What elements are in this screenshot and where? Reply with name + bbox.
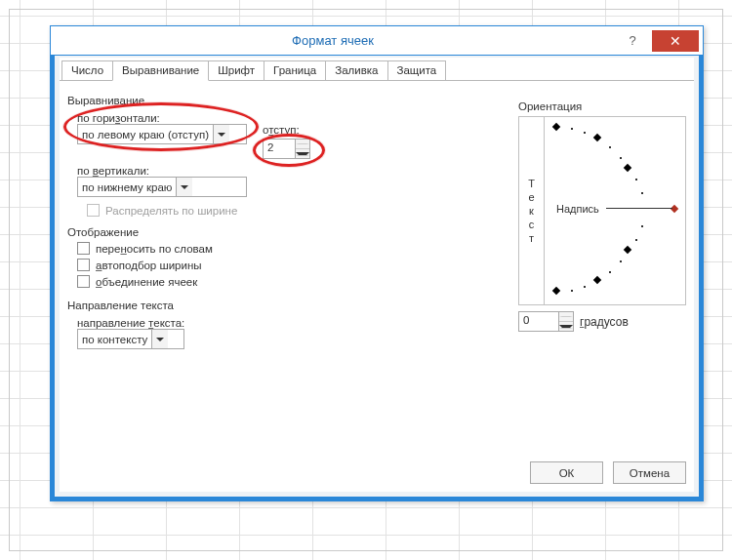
spinner-down-icon[interactable] <box>296 149 309 158</box>
spinner-down-icon[interactable] <box>559 322 573 331</box>
indent-label: отступ: <box>263 124 310 136</box>
chevron-down-icon <box>213 125 229 143</box>
vertical-text-button[interactable]: Текст <box>519 117 545 304</box>
window-title: Формат ячеек <box>51 33 615 48</box>
format-cells-dialog: Формат ячеек ? ✕ Число Выравнивание Шриф… <box>50 25 704 501</box>
orientation-diamond-active <box>671 205 678 213</box>
orientation-dial-label: Надпись <box>556 203 599 215</box>
horizontal-align-combo[interactable]: по левому краю (отступ) <box>77 124 247 144</box>
orientation-group: Ориентация Текст <box>518 95 686 332</box>
orientation-label: Ориентация <box>518 100 686 112</box>
spinner-up-icon[interactable] <box>296 140 309 149</box>
tab-fill[interactable]: Заливка <box>325 60 387 81</box>
orientation-line <box>606 208 672 209</box>
degrees-label: градусов <box>580 315 629 329</box>
tab-font[interactable]: Шрифт <box>208 60 264 81</box>
tab-alignment[interactable]: Выравнивание <box>112 60 209 81</box>
cancel-button[interactable]: Отмена <box>613 461 686 484</box>
degrees-spinner[interactable]: 0 <box>518 311 574 332</box>
chevron-down-icon <box>151 330 168 348</box>
tab-strip: Число Выравнивание Шрифт Граница Заливка… <box>60 60 694 81</box>
spinner-up-icon[interactable] <box>559 312 573 322</box>
close-button[interactable]: ✕ <box>652 30 699 52</box>
indent-spinner[interactable]: 2 <box>263 139 310 159</box>
chevron-down-icon <box>176 178 192 196</box>
ok-button[interactable]: ОК <box>530 461 603 484</box>
tab-border[interactable]: Граница <box>264 60 326 81</box>
orientation-dial[interactable]: Надпись <box>545 117 685 304</box>
tab-number[interactable]: Число <box>61 60 113 81</box>
titlebar[interactable]: Формат ячеек ? ✕ <box>51 26 703 56</box>
text-direction-combo[interactable]: по контексту <box>77 329 184 349</box>
vertical-align-combo[interactable]: по нижнему краю <box>77 177 247 197</box>
help-button[interactable]: ? <box>615 30 650 52</box>
dialog-footer: ОК Отмена <box>530 461 686 484</box>
tab-protection[interactable]: Защита <box>387 60 447 81</box>
